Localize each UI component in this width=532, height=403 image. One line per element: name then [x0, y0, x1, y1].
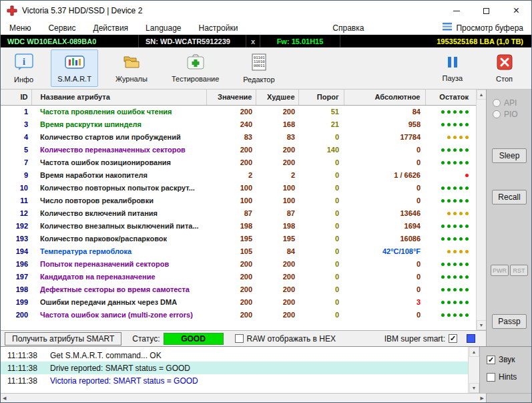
log-timestamp: 11:11:38: [7, 376, 50, 386]
menu-item-menu[interactable]: Меню: [1, 21, 39, 35]
device-serial: SN: WD-WCATR5912239: [139, 35, 246, 47]
health-dot-icon: [441, 237, 445, 241]
smart-table-row[interactable]: 12Количество включений питания8787013646: [1, 207, 476, 219]
stop-button[interactable]: Стоп: [489, 49, 519, 87]
buffer-view-button[interactable]: Просмотр буфера: [443, 23, 531, 33]
testing-tab-label: Тестирование: [172, 75, 219, 83]
smart-table-row[interactable]: 4Количество стартов или пробуждений83830…: [1, 130, 476, 143]
log-entry[interactable]: 11:11:38Victoria reported: SMART status …: [1, 374, 468, 387]
attr-health-dots: [425, 156, 476, 168]
log-horizontal-scrollbar[interactable]: ◀ ▶: [1, 393, 486, 402]
scroll-down-icon[interactable]: ▼: [477, 320, 487, 330]
health-dot-icon: [441, 275, 445, 279]
attr-name: Количество внезапных выключений пита...: [31, 219, 206, 232]
menu-item-help[interactable]: Справка: [324, 21, 372, 35]
smart-table-row[interactable]: 197Кандидатов на переназначение20020000: [1, 270, 476, 283]
attr-value: 200: [206, 295, 256, 308]
smart-table-row[interactable]: 3Время раскрутки шпинделя24016821958: [1, 118, 476, 130]
passp-button[interactable]: Passp: [492, 314, 527, 329]
scroll-left-icon[interactable]: ◀: [3, 396, 6, 401]
health-dot-icon: [441, 123, 445, 126]
health-dot-icon: [447, 123, 451, 126]
recall-button[interactable]: Recall: [492, 190, 527, 205]
menu-item-actions[interactable]: Действия: [85, 21, 138, 35]
app-window: Victoria 5.37 HDD/SSD | Device 2 × Меню …: [0, 0, 532, 403]
smart-table-row[interactable]: 7Частота ошибок позиционирования20020000: [1, 156, 476, 168]
health-dot-icon: [453, 212, 457, 215]
table-vertical-scrollbar[interactable]: ▲ ▼: [476, 90, 486, 330]
scroll-right-icon[interactable]: ▶: [481, 396, 484, 401]
attr-absolute: 0: [344, 143, 425, 156]
attr-absolute: 1694: [344, 219, 425, 232]
attr-value: 87: [206, 207, 256, 219]
log-scroll-up-icon[interactable]: ▲: [469, 347, 479, 357]
editor-tab-button[interactable]: 011011101000011 Редактор: [236, 49, 281, 87]
log-entry[interactable]: 11:11:38Drive reported: SMART status = G…: [1, 362, 468, 374]
smart-table-row[interactable]: 200Частота ошибок записи (multi-zone err…: [1, 308, 476, 321]
ibm-super-smart-checkbox[interactable]: IBM super smart:: [384, 334, 457, 344]
health-dot-icon: [453, 288, 457, 291]
sound-checkbox-box[interactable]: [487, 356, 495, 364]
health-dot-icon: [459, 263, 463, 266]
sleep-button[interactable]: Sleep: [492, 148, 527, 163]
smart-table-row[interactable]: 193Количество парковок/распарковок195195…: [1, 232, 476, 245]
health-dot-icon: [447, 237, 451, 241]
health-dot-icon: [447, 110, 451, 114]
log-entry[interactable]: 11:11:38Get S.M.A.R.T. command... OK: [1, 349, 468, 362]
pio-radio: PIO: [493, 110, 518, 119]
attr-worst: 198: [256, 219, 298, 232]
raw-hex-checkbox-box[interactable]: [235, 334, 244, 343]
smart-table-row[interactable]: 198Дефектные секторы во время самотеста2…: [1, 283, 476, 295]
smart-table-row[interactable]: 9Время наработки накопителя2201 / 6626: [1, 168, 476, 181]
log-vertical-scrollbar[interactable]: ▲ ▼: [468, 347, 479, 393]
testing-tab-button[interactable]: Тестирование: [165, 49, 226, 87]
attr-health-dots: [425, 308, 476, 321]
device-close-button[interactable]: x: [246, 35, 260, 47]
attr-worst: 200: [256, 270, 298, 283]
smart-table-row[interactable]: 11Число повторов рекалибровки10010000: [1, 194, 476, 207]
attr-name: Время раскрутки шпинделя: [31, 118, 206, 130]
health-dot-icon: [447, 250, 451, 253]
menu-item-settings[interactable]: Настройки: [190, 21, 247, 35]
pause-button[interactable]: Пауза: [436, 49, 470, 87]
smart-table-row[interactable]: 192Количество внезапных выключений пита.…: [1, 219, 476, 232]
health-dot-icon: [447, 301, 451, 304]
log-scroll-down-icon[interactable]: ▼: [469, 383, 479, 393]
health-dot-icon: [447, 275, 451, 279]
smart-table-row[interactable]: 10Количество повторных попыток раскрут..…: [1, 181, 476, 194]
get-smart-attributes-button[interactable]: Получить атрибуты SMART: [5, 332, 121, 346]
close-button[interactable]: ×: [501, 1, 531, 21]
smart-table-row[interactable]: 194Температура гермоблока10584042°C/108°…: [1, 245, 476, 257]
smart-table-row[interactable]: 199Ошибки передачи данных через DMA20020…: [1, 295, 476, 308]
info-tab-button[interactable]: i Инфо: [7, 49, 40, 87]
journals-tab-label: Журналы: [115, 75, 148, 83]
health-dot-icon: [453, 237, 457, 241]
health-dot-icon: [465, 263, 469, 266]
menu-item-service[interactable]: Сервис: [39, 21, 84, 35]
smart-table-row[interactable]: 5Количество переназначенных секторов2002…: [1, 143, 476, 156]
col-header-id: ID: [1, 90, 31, 105]
victoria-app-icon: [7, 5, 17, 16]
hints-checkbox-box[interactable]: [487, 373, 495, 382]
smart-table-zone: ID Название атрибута Значение Худшее Пор…: [1, 90, 486, 330]
smart-tab-button[interactable]: S.M.A.R.T: [51, 49, 98, 87]
attr-absolute: 958: [344, 118, 425, 130]
ibm-super-smart-checkbox-box[interactable]: [449, 334, 457, 343]
smart-table-row[interactable]: 196Попыток переназначений секторов200200…: [1, 257, 476, 270]
attr-value: 200: [206, 270, 256, 283]
attr-health-dots: [425, 194, 476, 207]
maximize-button[interactable]: [471, 1, 501, 21]
scroll-up-icon[interactable]: ▲: [477, 90, 487, 100]
menu-item-language[interactable]: Language: [137, 21, 190, 35]
journals-tab-button[interactable]: Журналы: [109, 49, 154, 87]
smart-table-row[interactable]: 1Частота проявления ошибок чтения2002005…: [1, 105, 476, 118]
minimize-button[interactable]: [441, 1, 471, 21]
log-list: 11:11:38Get S.M.A.R.T. command... OK11:1…: [1, 347, 468, 393]
health-dot-icon: [453, 301, 457, 304]
sound-checkbox[interactable]: Звук: [487, 355, 515, 364]
attr-value: 2: [206, 168, 256, 181]
raw-hex-checkbox[interactable]: RAW отображать в HEX: [235, 334, 336, 344]
hints-checkbox[interactable]: Hints: [487, 372, 517, 382]
health-dot-icon: [465, 148, 469, 152]
attr-value: 195: [206, 232, 256, 245]
